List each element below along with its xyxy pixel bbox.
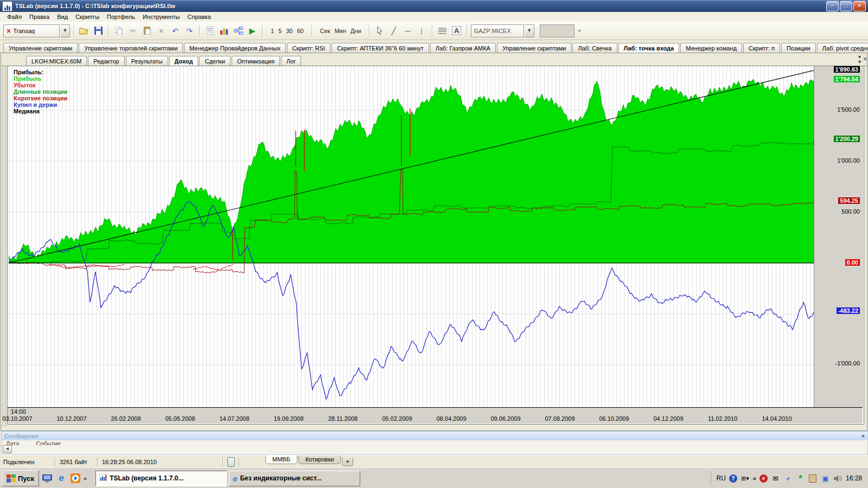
paste-button[interactable] xyxy=(141,24,154,38)
period-button-5[interactable]: 5 xyxy=(276,28,284,34)
spider-tray-icon[interactable]: * xyxy=(796,474,805,483)
messages-col-date: Дата xyxy=(6,440,19,445)
transaq-dropdown[interactable]: ▼ xyxy=(61,24,70,37)
system-tray: RU ? ⊞▾ « × ✉ ➢ * ▣ 16:28 xyxy=(711,471,867,486)
save-button[interactable] xyxy=(92,24,105,38)
connection-status: Подключен xyxy=(3,459,51,465)
inner-tab-2[interactable]: Результаты xyxy=(126,56,168,66)
x-axis-date: 14.04.2010 xyxy=(754,415,800,422)
volume-tray-icon[interactable] xyxy=(833,474,843,483)
help-tray-icon[interactable]: ? xyxy=(729,474,737,483)
task-buttons: TSLab (версия 1.1.7.0...eБез индикаторны… xyxy=(95,471,360,486)
transaq-connect-button[interactable]: × Transaq xyxy=(3,24,60,37)
trendline-tool-button[interactable]: ╱ xyxy=(387,24,400,38)
menu-item-2[interactable]: Вид xyxy=(53,13,72,21)
show-desktop-icon[interactable] xyxy=(41,472,53,484)
board-tab-1[interactable]: Котировки xyxy=(298,455,341,464)
symbol-combo-dropdown[interactable]: ▼ xyxy=(525,24,534,37)
inner-tab-1[interactable]: Редактор xyxy=(88,56,124,66)
panel-menu-icon[interactable]: ▾ ▾ xyxy=(858,54,861,64)
outer-tab-9[interactable]: Менеджер команд xyxy=(680,43,742,53)
messages-header[interactable]: Сообщения × xyxy=(2,432,867,440)
period-button-60[interactable]: 60 xyxy=(295,28,306,34)
messages-close-icon[interactable]: × xyxy=(861,433,865,439)
outer-tab-10[interactable]: Скрипт: п xyxy=(743,43,780,53)
language-indicator[interactable]: RU xyxy=(717,474,726,482)
undo-button[interactable]: ↶ xyxy=(169,24,182,38)
vline-tool-button[interactable]: │ xyxy=(416,24,429,38)
open-file-button[interactable] xyxy=(78,24,91,38)
inner-tab-3[interactable]: Доход xyxy=(169,56,199,66)
mail-tray-icon[interactable]: ✉ xyxy=(771,474,780,483)
period-button-30[interactable]: 30 xyxy=(284,28,295,34)
minimize-button[interactable]: – xyxy=(826,1,839,11)
delete-button[interactable]: × xyxy=(155,24,168,38)
network-tray-icon[interactable]: ▣ xyxy=(821,474,830,483)
y-axis-label: -483.22 xyxy=(837,307,860,314)
copy-button[interactable] xyxy=(112,24,125,38)
internet-explorer-icon[interactable]: e xyxy=(55,472,67,484)
unit-button-0[interactable]: Сек xyxy=(318,28,333,34)
menu-item-0[interactable]: Файл xyxy=(3,13,25,21)
menu-item-4[interactable]: Портфель xyxy=(103,13,139,21)
inner-tab-5[interactable]: Оптимизация xyxy=(232,56,280,66)
x-axis-date: 05.05.2008 xyxy=(157,415,203,422)
package-tray-icon[interactable] xyxy=(808,474,818,483)
inner-tab-6[interactable]: Лог xyxy=(281,56,301,66)
messages-scroll-left-button[interactable]: ◄ xyxy=(3,445,12,453)
cut-button[interactable]: ✂ xyxy=(126,24,139,38)
y-axis-label: 1'200.29 xyxy=(834,136,860,142)
outer-tab-5[interactable]: Лаб: Газпром АМКА xyxy=(430,43,496,53)
add-board-tab-button[interactable]: + xyxy=(342,458,353,466)
window-restore-tray-icon[interactable]: ⊞▾ xyxy=(741,474,750,483)
comet-tray-icon[interactable]: ➢ xyxy=(781,472,794,485)
text-tool-button[interactable]: A xyxy=(450,24,463,38)
pointer-tool-button[interactable] xyxy=(373,24,386,38)
x-axis-date: 06.10.2009 xyxy=(591,415,637,422)
toolbar-overflow-button[interactable]: ▸ xyxy=(576,25,584,37)
board-tab-0[interactable]: ММВБ xyxy=(265,455,297,464)
outer-tab-1[interactable]: Управление торговлей скриптами xyxy=(79,43,183,53)
media-player-icon[interactable] xyxy=(69,472,81,484)
hline-tool-button[interactable]: ─ xyxy=(401,24,414,38)
outer-tab-7[interactable]: Лаб: Свечка xyxy=(572,43,617,53)
tray-collapse-chevron[interactable]: « xyxy=(753,475,756,481)
task-button-1[interactable]: eБез индикаторные сист... xyxy=(229,471,360,486)
outer-tab-8[interactable]: Лаб: точка входа xyxy=(618,43,680,53)
panel-splitter-grip[interactable] xyxy=(2,55,6,427)
menu-item-1[interactable]: Правка xyxy=(25,13,53,21)
chart-button[interactable] xyxy=(218,24,231,38)
outer-tab-4[interactable]: Скрипт: АПТЕКИ 36"6 60 минут xyxy=(331,43,429,53)
outer-tab-6[interactable]: Управление скриптами xyxy=(497,43,571,53)
empty-combo[interactable] xyxy=(540,24,575,37)
start-button[interactable]: Пуск xyxy=(2,470,39,486)
inner-tab-0[interactable]: LKOH:MICEX:60M xyxy=(26,56,87,66)
period-button-1[interactable]: 1 xyxy=(269,28,276,34)
menu-item-6[interactable]: Справка xyxy=(184,13,215,21)
inner-tab-4[interactable]: Сделки xyxy=(199,56,231,66)
profit-chart-plot[interactable] xyxy=(9,66,814,407)
run-button[interactable]: ▶ xyxy=(246,24,259,38)
menu-item-3[interactable]: Скрипты xyxy=(72,13,103,21)
menu-item-5[interactable]: Инструменты xyxy=(139,13,184,21)
outer-tab-12[interactable]: Лаб: pivot средняя xyxy=(817,43,868,53)
redo-button[interactable]: ↷ xyxy=(183,24,196,38)
task-button-0[interactable]: TSLab (версия 1.1.7.0... xyxy=(95,471,227,486)
fib-tool-button[interactable] xyxy=(436,24,449,38)
unit-button-2[interactable]: Дни xyxy=(348,28,363,34)
outer-tab-11[interactable]: Позиции xyxy=(781,43,816,53)
report-button[interactable] xyxy=(203,24,216,38)
menu-bar: ФайлПравкаВидСкриптыПортфельИнструментыС… xyxy=(0,12,868,22)
y-axis-label: 500.00 xyxy=(841,208,860,215)
unit-button-1[interactable]: Мин xyxy=(333,28,348,34)
panel-close-icon[interactable]: × xyxy=(863,57,867,62)
close-button[interactable]: × xyxy=(853,1,866,11)
outer-tab-0[interactable]: Управление скриптами xyxy=(3,43,78,53)
quick-launch-overflow[interactable]: » xyxy=(84,475,87,481)
script-scheme-button[interactable] xyxy=(232,24,245,38)
outer-tab-3[interactable]: Скрипт: RSI xyxy=(287,43,330,53)
symbol-combo[interactable]: GAZP:MICEX xyxy=(471,24,524,37)
antivirus-tray-icon[interactable]: × xyxy=(760,474,768,483)
outer-tab-2[interactable]: Менеджер Провайдеров Данных xyxy=(184,43,285,53)
maximize-button[interactable]: □ xyxy=(840,1,852,11)
